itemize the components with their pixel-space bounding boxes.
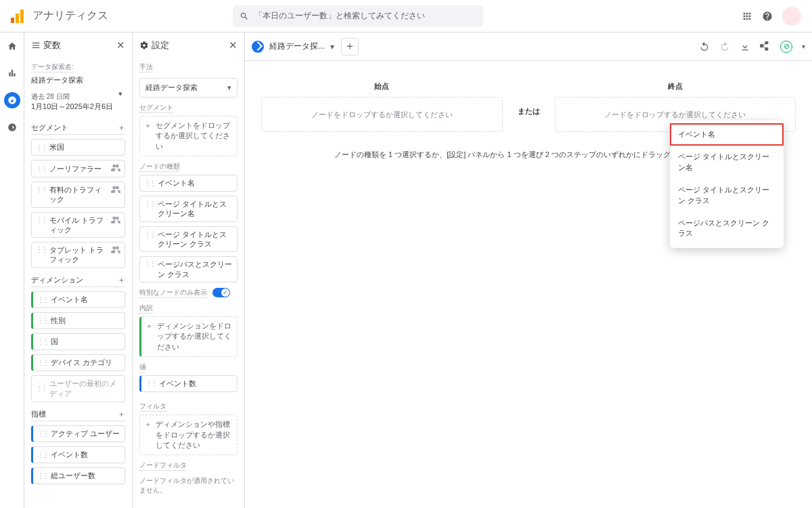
canvas-toolbar: 経路データ探... ▾ ＋ ⊘ ▾ [245, 33, 812, 61]
drag-handle-icon: ⋮⋮ [145, 380, 156, 387]
download-icon[interactable] [740, 41, 750, 52]
dimension-label: 性別 [51, 316, 66, 326]
node-type-text: ページパスとスクリーン クラス [158, 259, 233, 279]
settings-close-icon[interactable]: ✕ [229, 39, 238, 51]
person-icon [111, 163, 120, 174]
dimension-chip[interactable]: ⋮⋮イベント名 [31, 291, 125, 308]
values-text: イベント数 [159, 379, 196, 389]
segment-chip[interactable]: ⋮⋮米国 [31, 139, 125, 156]
settings-title: 設定 [152, 39, 169, 51]
node-filter-label: ノードフィルタ [139, 461, 187, 471]
undo-icon[interactable] [699, 41, 710, 52]
technique-label: 手法 [139, 62, 153, 72]
segments-dropzone[interactable]: ＋セグメントをドロップするか選択してください [139, 116, 238, 156]
node-type-chip[interactable]: ⋮⋮ページ タイトルとスクリーン名 [139, 196, 238, 222]
search-input[interactable]: 「本日のユーザー数」と検索してみてください [233, 5, 483, 27]
dimension-chip[interactable]: ⋮⋮デバイス カテゴリ [31, 354, 125, 371]
gear-icon [139, 41, 149, 50]
dropzone-text: ディメンションや指標をドロップするか選択してください [156, 419, 233, 450]
drag-handle-icon: ⋮⋮ [36, 245, 47, 254]
caret-down-icon[interactable]: ▾ [802, 43, 805, 50]
canvas: 経路データ探... ▾ ＋ ⊘ ▾ 始点 ノードをドロップするか選択してください… [245, 33, 812, 508]
dimension-chip[interactable]: ⋮⋮国 [31, 333, 125, 350]
nav-explore-icon[interactable] [4, 92, 20, 108]
technique-select[interactable]: 経路データ探索▾ [139, 78, 238, 98]
metric-chip[interactable]: ⋮⋮総ユーザー数 [31, 467, 125, 484]
segment-label: 有料のトラフィック [49, 185, 108, 205]
segment-label: ノーリファラー [49, 164, 102, 174]
segments-setting-label: セグメント [139, 103, 173, 113]
caret-down-icon: ▾ [227, 83, 231, 92]
node-type-text: ページ タイトルとスクリーン クラス [158, 230, 233, 249]
end-label: 終点 [555, 81, 796, 91]
metric-chip[interactable]: ⋮⋮イベント数 [31, 446, 125, 463]
status-ok-icon[interactable]: ⊘ [780, 41, 792, 53]
dropdown-item[interactable]: ページパスとスクリーン クラス [670, 212, 784, 245]
dimension-chip[interactable]: ⋮⋮性別 [31, 312, 125, 329]
node-type-chip[interactable]: ⋮⋮ページパスとスクリーン クラス [139, 256, 238, 282]
breakdown-dropzone[interactable]: ＋ディメンションをドロップするか選択してください [139, 316, 238, 357]
add-dimension-button[interactable]: ＋ [118, 275, 125, 285]
segment-chip[interactable]: ⋮⋮有料のトラフィック [31, 182, 125, 208]
values-chip[interactable]: ⋮⋮イベント数 [139, 375, 238, 392]
segment-chip[interactable]: ⋮⋮ノーリファラー [31, 160, 125, 177]
tab-status-icon [252, 41, 264, 53]
dropdown-item-label: ページパスとスクリーン クラス [678, 219, 769, 237]
add-segment-button[interactable]: ＋ [118, 123, 125, 133]
drag-handle-icon: ⋮⋮ [144, 199, 155, 208]
start-label: 始点 [261, 81, 503, 91]
node-type-chip[interactable]: ⋮⋮ページ タイトルとスクリーン クラス [139, 226, 238, 253]
segment-chip[interactable]: ⋮⋮タブレット トラフィック [31, 242, 125, 268]
topbar-actions [742, 7, 801, 26]
nav-home-icon[interactable] [4, 38, 20, 54]
node-placeholder: ノードをドロップするか選択してください [604, 110, 746, 120]
node-type-text: ページ タイトルとスクリーン名 [158, 199, 233, 219]
tab-label: 経路データ探... [269, 41, 325, 52]
share-icon[interactable] [760, 41, 771, 52]
nav-reports-icon[interactable] [4, 65, 20, 81]
plus-icon: ＋ [144, 121, 152, 131]
caret-down-icon: ▾ [118, 89, 122, 98]
unique-nodes-label: 特別なノードのみ表示 [139, 288, 207, 298]
filters-dropzone[interactable]: ＋ディメンションや指標をドロップするか選択してください [139, 415, 238, 455]
dimension-label: イベント名 [51, 295, 88, 305]
avatar[interactable] [782, 7, 801, 26]
dimension-chip[interactable]: ⋮⋮ユーザーの最初のメディア [31, 375, 125, 402]
drag-handle-icon: ⋮⋮ [36, 144, 47, 151]
drag-handle-icon: ⋮⋮ [37, 359, 48, 366]
start-dropzone[interactable]: ノードをドロップするか選択してください [261, 97, 503, 132]
left-nav [0, 33, 24, 508]
metric-chip[interactable]: ⋮⋮アクティブ ユーザー [31, 425, 125, 442]
app-title: アナリティクス [32, 9, 108, 23]
add-tab-button[interactable]: ＋ [341, 38, 359, 56]
node-type-label: ノードの種類 [139, 162, 180, 172]
unique-nodes-toggle[interactable] [212, 288, 230, 297]
drag-handle-icon: ⋮⋮ [37, 338, 48, 345]
date-range-picker[interactable]: 過去 28 日間 1月10日～2025年2月6日 ▾ [31, 88, 125, 116]
variables-close-icon[interactable]: ✕ [116, 39, 125, 51]
help-icon[interactable] [762, 11, 773, 22]
canvas-tab[interactable]: 経路データ探... ▾ [252, 41, 334, 53]
drag-handle-icon: ⋮⋮ [37, 472, 48, 480]
date-range-label: 過去 28 日間 [31, 92, 125, 102]
dropdown-item[interactable]: ページ タイトルとスクリーン クラス [670, 179, 784, 212]
node-type-dropdown: イベント名 ページ タイトルとスクリーン名 ページ タイトルとスクリーン クラス… [670, 121, 784, 248]
segment-chip[interactable]: ⋮⋮モバイル トラフィック [31, 212, 125, 238]
apps-icon[interactable] [742, 11, 752, 22]
topbar: アナリティクス 「本日のユーザー数」と検索してみてください [0, 0, 812, 33]
dropdown-item-label: ページ タイトルとスクリーン クラス [678, 186, 769, 204]
segments-header: セグメント [31, 123, 68, 133]
exploration-name[interactable]: 経路データ探索 [31, 75, 125, 85]
ga-logo-icon [11, 9, 24, 23]
add-metric-button[interactable]: ＋ [118, 409, 125, 419]
redo-icon[interactable] [719, 41, 730, 52]
nav-advertising-icon[interactable] [4, 119, 20, 135]
drag-handle-icon: ⋮⋮ [36, 215, 47, 224]
segment-label: 米国 [49, 142, 64, 152]
or-label: または [518, 97, 540, 117]
dropdown-item[interactable]: ページ タイトルとスクリーン名 [670, 146, 784, 179]
search-placeholder: 「本日のユーザー数」と検索してみてください [254, 10, 425, 22]
dropdown-item[interactable]: イベント名 [670, 123, 784, 146]
node-type-chip[interactable]: ⋮⋮イベント名 [139, 175, 238, 192]
dropdown-item-label: ページ タイトルとスクリーン名 [678, 152, 769, 171]
